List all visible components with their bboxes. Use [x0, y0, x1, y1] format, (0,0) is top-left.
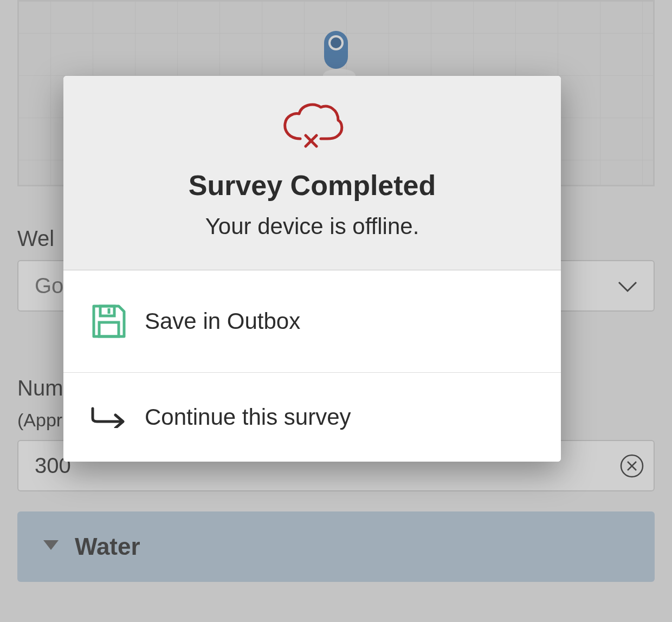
continue-arrow-icon: [89, 406, 128, 428]
save-outbox-label: Save in Outbox: [145, 308, 300, 334]
svg-rect-12: [99, 322, 119, 336]
cloud-offline-icon: [85, 102, 539, 153]
dialog-subtitle: Your device is offline.: [85, 213, 539, 239]
continue-survey-button[interactable]: Continue this survey: [63, 373, 561, 462]
dialog-title: Survey Completed: [85, 169, 539, 202]
svg-rect-10: [100, 306, 114, 316]
continue-survey-label: Continue this survey: [145, 404, 351, 430]
survey-completed-dialog: Survey Completed Your device is offline.…: [63, 76, 561, 462]
dialog-header: Survey Completed Your device is offline.: [63, 76, 561, 270]
save-outbox-button[interactable]: Save in Outbox: [63, 270, 561, 373]
save-icon: [89, 302, 128, 341]
